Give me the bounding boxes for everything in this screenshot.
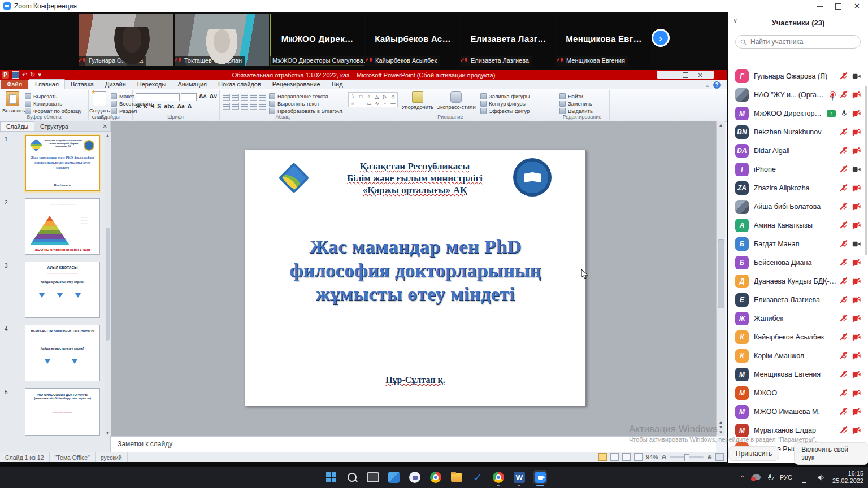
participant-row[interactable]: Е Елизавета Лазгиева ↑ (728, 290, 867, 309)
shape-glyph[interactable]: \ (349, 93, 357, 99)
video-tile[interactable]: Елизавета Лазг… Елизавета Лазгиева (461, 14, 555, 66)
normal-view-button[interactable] (598, 453, 607, 461)
chat-button[interactable] (408, 470, 422, 484)
speaker-icon[interactable] (817, 474, 825, 481)
clock[interactable]: 16:15 25.02.2022 (832, 470, 863, 485)
participant-row[interactable]: Г Гульнара Ожарова (Я) ↑ (728, 67, 867, 85)
ribbon-button[interactable]: Копировать (25, 100, 81, 107)
shape-glyph[interactable]: △ (374, 93, 381, 99)
unmute-button[interactable]: Включить свой звук (794, 442, 868, 465)
shape-glyph[interactable]: ▭ (365, 100, 372, 106)
thumbnail-canvas[interactable]: МЕМЛЕКЕТТІК БІЛІМ БЕРУ ТАПСЫРЫСЫ ·······… (25, 325, 100, 381)
ribbon-tab[interactable]: Рецензирование (267, 80, 326, 89)
participant-row[interactable]: М МЖОО Имашева М. ↑ (728, 402, 867, 421)
vertical-scrollbar[interactable]: ▲ ▲▼▼ (716, 121, 725, 436)
scrollbar-thumb[interactable] (718, 239, 724, 308)
thumbnail-canvas[interactable]: PhD ФИЛОСОФИЯ ДОКТОРЛАРЫ (мемлекеттік бі… (25, 388, 100, 436)
slide-thumbnail-1[interactable]: 1 Қазақстан Республикасы Білім және ғылы… (0, 135, 105, 194)
ribbon-button[interactable]: Выровнять текст (269, 100, 342, 107)
font-style-button[interactable]: Ж (136, 103, 141, 110)
thumbnail-canvas[interactable]: Қазақстан Республикасы Білім және ғылым … (25, 135, 100, 191)
participant-row[interactable]: ZA Zhazira Alipkozha ↑ (728, 178, 867, 197)
close-panel-icon[interactable]: ✕ (103, 123, 107, 129)
invite-button[interactable]: Пригласить (728, 446, 779, 461)
maximize-button[interactable] (835, 3, 841, 10)
onedrive-alert-icon[interactable] (752, 474, 761, 480)
participant-row[interactable]: Б Бейсенова Диана ↑ (728, 253, 867, 272)
slideshow-view-button[interactable] (634, 453, 643, 461)
slide-sorter-view-button[interactable] (610, 453, 619, 461)
shape-glyph[interactable]: — (389, 100, 397, 106)
thumbnail-canvas[interactable]: ··············· ··········· ············… (25, 198, 100, 255)
task-view-button[interactable] (366, 470, 380, 484)
slide[interactable]: Қазақстан Республикасы Білім және ғылым … (245, 150, 586, 406)
language-indicator[interactable]: русский (96, 452, 128, 462)
reading-view-button[interactable] (622, 453, 631, 461)
language-switcher[interactable]: РУС (780, 474, 792, 481)
shape-glyph[interactable]: ▷ (381, 93, 389, 99)
video-tile[interactable]: МжЖОО Дирек… МжЖОО Директоры Смагулова… (270, 14, 364, 66)
participant-row[interactable]: BN Bekzhan Nurakhunov ↑ (728, 123, 867, 141)
zoom-taskbar-button[interactable] (533, 470, 547, 484)
minimize-button[interactable] (668, 75, 674, 76)
search-input[interactable] (749, 37, 856, 46)
tray-mic-icon[interactable] (768, 474, 772, 481)
video-tile[interactable]: Токташев Темирлан (175, 14, 269, 66)
search-box[interactable] (735, 35, 861, 49)
shape-glyph[interactable]: ☆ (349, 100, 357, 106)
participants-scrollbar[interactable] (865, 86, 867, 255)
slide-thumbnail-4[interactable]: 4 МЕМЛЕКЕТТІК БІЛІМ БЕРУ ТАПСЫРЫСЫ ·····… (0, 325, 105, 384)
font-style-button[interactable]: А (188, 103, 192, 110)
ribbon-button[interactable]: Контур фигуры (480, 100, 530, 107)
font-style-button[interactable]: Ч (150, 103, 154, 110)
slide-thumbnail-5[interactable]: 5 PhD ФИЛОСОФИЯ ДОКТОРЛАРЫ (мемлекеттік … (0, 388, 105, 439)
participant-row[interactable]: Б Багдат Манап ↑ (728, 234, 867, 253)
zoom-in-button[interactable]: ⊕ (707, 454, 712, 460)
ribbon-tab[interactable]: Дизайн (99, 80, 132, 89)
restore-button[interactable] (683, 72, 688, 78)
participant-row[interactable]: М МжЖОО Директоры Смаг... ↑ (728, 104, 867, 123)
close-button[interactable]: ✕ (697, 72, 702, 78)
shape-glyph[interactable]: ◦ (381, 100, 389, 106)
ribbon-button[interactable]: Найти (559, 93, 593, 100)
widgets-button[interactable] (387, 470, 401, 484)
ribbon-tab[interactable]: Анимация (172, 80, 212, 89)
ribbon-tab[interactable]: Вставка (65, 80, 99, 89)
fit-to-window-button[interactable] (715, 453, 724, 461)
participant-row[interactable]: НАО "ЖУ и... (Организатор) ↑ (728, 85, 867, 104)
shape-glyph[interactable]: ∿ (374, 100, 381, 106)
zoom-out-button[interactable]: ⊖ (661, 454, 666, 460)
ribbon-button[interactable]: Заменить (559, 100, 593, 107)
tab-slides[interactable]: Слайды (0, 121, 34, 131)
notes-pane[interactable]: Заметки к слайду (111, 436, 716, 452)
ribbon-tab[interactable]: Показ слайдов (212, 80, 267, 89)
slide-thumbnail-3[interactable]: 3 АУЫЛ КВОТАСЫ ·········· ··············… (0, 262, 105, 320)
participant-row[interactable]: Д Дуанаева Кундыз БДҚ-411 ↑ (728, 272, 867, 290)
ribbon-button[interactable]: Вырезать (25, 93, 81, 100)
chrome-running-button[interactable] (492, 470, 505, 484)
align-buttons[interactable] (223, 103, 266, 110)
participant-row[interactable]: М Менщикова Евгения ↑ (728, 365, 867, 384)
shape-glyph[interactable]: ○ (365, 93, 372, 99)
quick-styles-button[interactable]: Экспресс-стили (436, 91, 476, 110)
ribbon-tab[interactable]: Главная (29, 79, 65, 89)
collapse-ribbon-icon[interactable]: ▵ (706, 82, 709, 88)
next-videos-button[interactable]: › (653, 30, 668, 45)
slide-thumbnail-2[interactable]: 2 ··············· ··········· ··········… (0, 198, 105, 257)
participant-row[interactable]: Ж Жанибек ↑ (728, 309, 867, 328)
font-style-button[interactable]: К (144, 103, 147, 110)
font-style-button[interactable]: Аa (177, 103, 184, 110)
zoom-slider-thumb[interactable] (684, 454, 689, 461)
font-style-button[interactable]: abc (164, 103, 174, 110)
network-icon[interactable] (800, 474, 809, 481)
close-button[interactable]: ✕ (854, 3, 860, 9)
tab-outline[interactable]: Структура (34, 122, 74, 131)
participant-row[interactable]: DA Didar Aigali ↑ (728, 141, 867, 160)
video-tile[interactable]: Гульнара Ожарова (79, 14, 173, 66)
ribbon-tab[interactable]: Файл (1, 80, 28, 89)
shape-glyph[interactable]: □ (357, 93, 364, 99)
ribbon-tab[interactable]: Вид (326, 80, 349, 89)
participant-row[interactable]: М МЖОО ↑ (728, 384, 867, 402)
font-grow-shrink[interactable]: A˄A˅ (199, 93, 217, 99)
start-button[interactable] (324, 470, 338, 484)
